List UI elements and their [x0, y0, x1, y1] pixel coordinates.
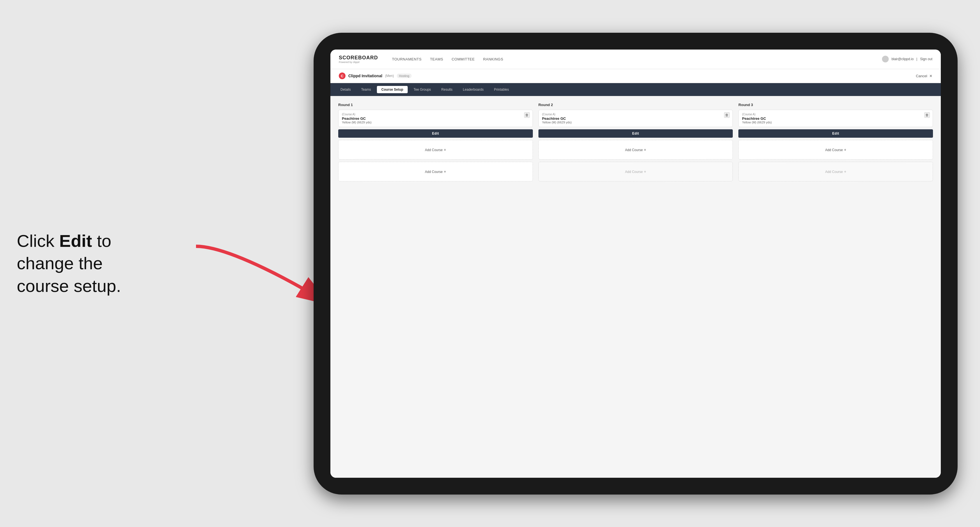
- plus-icon-4: +: [644, 169, 646, 174]
- round-1-course-detail: Yellow (M) (6629 yds): [342, 121, 529, 124]
- round-1-add-course-2-text: Add Course+: [425, 169, 446, 174]
- round-3-course-card: (Course A) Peachtree GC Yellow (M) (6629…: [738, 110, 933, 127]
- hosting-badge: Hosting: [397, 74, 412, 78]
- tab-tee-groups[interactable]: Tee Groups: [409, 86, 435, 93]
- round-2-add-course-2: Add Course+: [538, 162, 733, 181]
- plus-icon-1: +: [444, 148, 446, 152]
- round-1-course-name: Peachtree GC: [342, 116, 529, 121]
- round-3-add-course-1[interactable]: Add Course+: [738, 140, 933, 160]
- round-3-add-course-1-text: Add Course+: [825, 148, 846, 152]
- round-3-title: Round 3: [738, 103, 933, 107]
- round-2-course-card: (Course A) Peachtree GC Yellow (M) (6629…: [538, 110, 733, 127]
- avatar: [882, 56, 889, 62]
- round-3-column: Round 3 (Course A) Peachtree GC Yellow (…: [738, 103, 933, 184]
- instruction-prefix: Click: [17, 231, 59, 251]
- plus-icon-2: +: [444, 169, 446, 174]
- round-1-add-course-2[interactable]: Add Course+: [338, 162, 533, 181]
- round-2-course-label: (Course A): [542, 113, 729, 116]
- arrow-indicator: [173, 241, 336, 319]
- top-nav: SCOREBOARD Powered by clippd TOURNAMENTS…: [330, 49, 941, 69]
- nav-links: TOURNAMENTS TEAMS COMMITTEE RANKINGS: [392, 57, 871, 61]
- sub-header: C Clippd Invitational (Men) Hosting Canc…: [330, 69, 941, 83]
- round-2-add-course-2-text: Add Course+: [625, 169, 646, 174]
- round-3-add-course-2-text: Add Course+: [825, 169, 846, 174]
- round-1-title: Round 1: [338, 103, 533, 107]
- rounds-grid: Round 1 (Course A) Peachtree GC Yellow (…: [338, 103, 933, 184]
- plus-icon-5: +: [844, 148, 846, 152]
- round-2-add-course-1[interactable]: Add Course+: [538, 140, 733, 160]
- round-1-add-course-1-text: Add Course+: [425, 148, 446, 152]
- logo-text: SCOREBOARD: [339, 55, 378, 61]
- sub-header-left: C Clippd Invitational (Men) Hosting: [339, 73, 412, 79]
- round-3-course-label: (Course A): [742, 113, 929, 116]
- main-content: Round 1 (Course A) Peachtree GC Yellow (…: [330, 96, 941, 478]
- cancel-button[interactable]: Cancel ✕: [916, 74, 932, 78]
- tab-teams[interactable]: Teams: [357, 86, 375, 93]
- user-email: blair@clippd.io: [891, 57, 914, 61]
- round-2-course-name: Peachtree GC: [542, 116, 729, 121]
- tab-leaderboards[interactable]: Leaderboards: [458, 86, 488, 93]
- round-3-edit-button[interactable]: Edit: [738, 129, 933, 138]
- tab-results[interactable]: Results: [437, 86, 457, 93]
- tournament-name: Clippd Invitational: [348, 74, 382, 78]
- round-2-title: Round 2: [538, 103, 733, 107]
- round-2-add-course-1-text: Add Course+: [625, 148, 646, 152]
- close-icon: ✕: [929, 74, 932, 78]
- round-3-course-name: Peachtree GC: [742, 116, 929, 121]
- logo-sub: Powered by clippd: [339, 61, 378, 63]
- tablet-device: SCOREBOARD Powered by clippd TOURNAMENTS…: [313, 33, 958, 495]
- instruction-bold: Edit: [59, 231, 92, 251]
- round-2-course-detail: Yellow (M) (6629 yds): [542, 121, 729, 124]
- nav-committee[interactable]: COMMITTEE: [452, 57, 475, 61]
- tablet-screen: SCOREBOARD Powered by clippd TOURNAMENTS…: [330, 49, 941, 478]
- plus-icon-6: +: [844, 169, 846, 174]
- round-1-course-label: (Course A): [342, 113, 529, 116]
- sign-out-link[interactable]: Sign out: [920, 57, 932, 61]
- plus-icon-3: +: [644, 148, 646, 152]
- tab-course-setup[interactable]: Course Setup: [377, 86, 408, 93]
- round-3-course-detail: Yellow (M) (6629 yds): [742, 121, 929, 124]
- tab-details[interactable]: Details: [336, 86, 355, 93]
- separator: |: [916, 57, 917, 61]
- round-2-delete-button[interactable]: 🗑: [724, 112, 730, 118]
- clippd-icon: C: [339, 73, 345, 79]
- nav-right: blair@clippd.io | Sign out: [882, 56, 932, 62]
- gender-label: (Men): [385, 74, 394, 78]
- round-3-delete-button[interactable]: 🗑: [924, 112, 930, 118]
- nav-rankings[interactable]: RANKINGS: [483, 57, 503, 61]
- round-3-add-course-2: Add Course+: [738, 162, 933, 181]
- tab-printables[interactable]: Printables: [490, 86, 513, 93]
- nav-tournaments[interactable]: TOURNAMENTS: [392, 57, 422, 61]
- nav-teams[interactable]: TEAMS: [430, 57, 443, 61]
- scoreboard-logo: SCOREBOARD Powered by clippd: [339, 55, 378, 63]
- round-1-edit-button[interactable]: Edit: [338, 129, 533, 138]
- round-2-edit-button[interactable]: Edit: [538, 129, 733, 138]
- round-1-course-card: (Course A) Peachtree GC Yellow (M) (6629…: [338, 110, 533, 127]
- round-2-column: Round 2 (Course A) Peachtree GC Yellow (…: [538, 103, 733, 184]
- round-1-delete-button[interactable]: 🗑: [524, 112, 530, 118]
- round-1-column: Round 1 (Course A) Peachtree GC Yellow (…: [338, 103, 533, 184]
- round-1-add-course-1[interactable]: Add Course+: [338, 140, 533, 160]
- tabs-bar: Details Teams Course Setup Tee Groups Re…: [330, 83, 941, 96]
- instruction-text: Click Edit tochange thecourse setup.: [17, 230, 121, 297]
